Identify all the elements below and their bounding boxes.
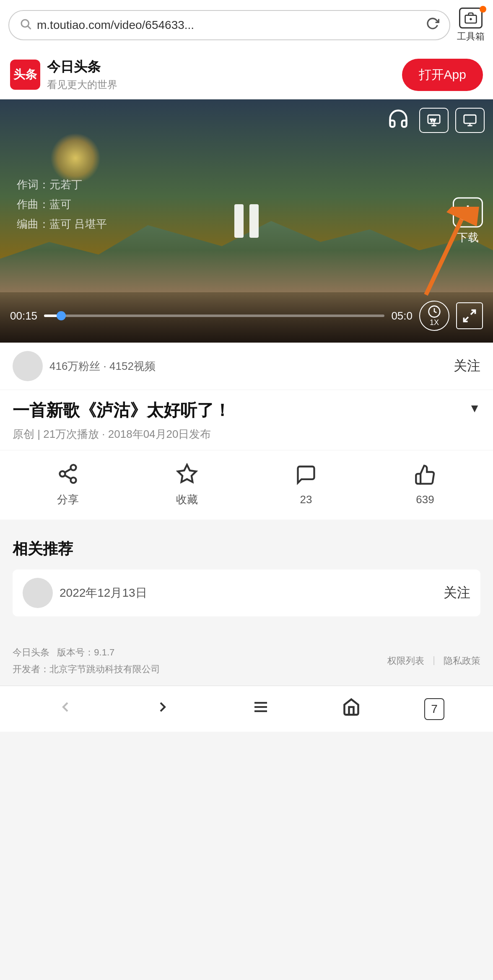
url-text: m.toutiao.com/video/654633... <box>37 18 421 32</box>
headphone-icon[interactable] <box>387 108 413 133</box>
app-banner: 头条 今日头条 看见更大的世界 打开App <box>0 50 493 99</box>
pause-button[interactable] <box>234 204 259 238</box>
home-button[interactable] <box>342 698 361 720</box>
download-button[interactable]: 下载 <box>453 198 483 245</box>
related-item: 2022年12月13日 关注 <box>13 569 480 616</box>
follow-section: 416万粉丝 · 4152视频 关注 <box>0 343 493 390</box>
progress-row: 00:15 05:0 1X <box>10 301 483 331</box>
video-meta: 原创 | 21万次播放 · 2018年04月20日发布 <box>13 427 480 442</box>
app-name: 今日头条 <box>47 58 395 76</box>
video-title-section: 一首新歌《泸沽》太好听了！ ▼ 原创 | 21万次播放 · 2018年04月20… <box>0 390 493 450</box>
open-app-button[interactable]: 打开App <box>402 59 483 91</box>
footer-developer: 开发者：北京字节跳动科技有限公司 <box>13 661 160 678</box>
app-logo: 头条 <box>10 60 40 90</box>
menu-button[interactable] <box>243 694 278 723</box>
svg-point-14 <box>71 465 76 470</box>
lyric-line-2: 作曲：蓝可 <box>17 195 107 214</box>
share-label: 分享 <box>57 492 79 507</box>
video-title: 一首新歌《泸沽》太好听了！ <box>13 398 462 422</box>
download-icon <box>453 198 483 228</box>
tab-count-button[interactable]: 7 <box>424 698 444 720</box>
related-author-avatar <box>23 578 53 608</box>
video-bottom-controls: 00:15 05:0 1X <box>0 294 493 343</box>
progress-bar[interactable] <box>44 315 384 317</box>
footer-divider: | <box>433 655 435 667</box>
nav-bar: 7 <box>0 686 493 732</box>
svg-point-0 <box>21 20 29 27</box>
pause-bar-left <box>234 204 244 238</box>
address-input-wrap[interactable]: m.toutiao.com/video/654633... <box>8 10 450 40</box>
fan-info: 416万粉丝 · 4152视频 <box>49 359 156 374</box>
footer-right: 权限列表 | 隐私政策 <box>387 655 480 667</box>
svg-text:TV: TV <box>431 118 436 122</box>
search-icon <box>19 18 32 33</box>
comment-icon <box>295 464 317 489</box>
lyric-line-3: 编曲：蓝可 吕堪平 <box>17 214 107 234</box>
forward-button[interactable] <box>146 694 179 723</box>
related-title: 相关推荐 <box>13 539 480 559</box>
back-button[interactable] <box>49 694 82 723</box>
comment-count: 23 <box>300 493 312 506</box>
lyric-line-1: 作词：元若丁 <box>17 175 107 195</box>
svg-line-17 <box>65 475 71 479</box>
speed-button[interactable]: 1X <box>419 301 449 331</box>
total-time: 05:0 <box>391 309 413 322</box>
star-icon <box>176 463 198 488</box>
follow-button[interactable]: 关注 <box>454 357 480 375</box>
toolbox-label: 工具箱 <box>457 30 485 43</box>
video-lyrics: 作词：元若丁 作曲：蓝可 编曲：蓝可 吕堪平 <box>17 175 107 234</box>
cast-icon[interactable] <box>455 108 485 133</box>
collect-label: 收藏 <box>176 492 198 507</box>
download-label: 下载 <box>457 230 479 245</box>
collect-button[interactable]: 收藏 <box>176 463 198 507</box>
app-slogan: 看见更大的世界 <box>47 78 395 91</box>
svg-line-1 <box>28 26 31 29</box>
footer-version: 版本号：9.1.7 <box>57 647 114 658</box>
video-top-controls: TV <box>387 108 485 133</box>
action-bar: 分享 收藏 23 639 <box>0 450 493 520</box>
related-section: 相关推荐 2022年12月13日 关注 <box>0 526 493 636</box>
svg-rect-7 <box>464 115 476 123</box>
svg-marker-19 <box>178 465 196 482</box>
toolbox-notification-dot <box>480 6 486 13</box>
progress-dot <box>57 311 66 320</box>
toolbox-button[interactable]: 工具箱 <box>457 8 485 43</box>
video-title-row: 一首新歌《泸沽》太好听了！ ▼ <box>13 398 480 422</box>
toolbox-icon <box>459 8 483 29</box>
footer-info: 今日头条 版本号：9.1.7 开发者：北京字节跳动科技有限公司 权限列表 | 隐… <box>0 636 493 686</box>
like-button[interactable]: 639 <box>414 464 436 506</box>
app-logo-text: 头条 <box>13 67 37 83</box>
footer-left: 今日头条 版本号：9.1.7 开发者：北京字节跳动科技有限公司 <box>13 644 160 677</box>
dropdown-icon[interactable]: ▼ <box>469 402 480 415</box>
reload-button[interactable] <box>426 17 439 34</box>
footer-app-name-version: 今日头条 版本号：9.1.7 <box>13 644 160 661</box>
related-item-date: 2022年12月13日 <box>60 585 147 601</box>
share-icon <box>57 463 79 488</box>
permission-list-link[interactable]: 权限列表 <box>387 655 424 667</box>
svg-point-16 <box>71 478 76 483</box>
related-follow-button[interactable]: 关注 <box>444 584 470 602</box>
like-icon <box>414 464 436 489</box>
share-button[interactable]: 分享 <box>57 463 79 507</box>
comment-button[interactable]: 23 <box>295 464 317 506</box>
video-player[interactable]: 作词：元若丁 作曲：蓝可 编曲：蓝可 吕堪平 TV <box>0 99 493 343</box>
svg-line-18 <box>65 469 71 473</box>
tv-icon[interactable]: TV <box>419 108 449 133</box>
speed-label: 1X <box>430 318 439 327</box>
related-item-info: 2022年12月13日 <box>23 578 147 608</box>
footer-app-name: 今日头条 <box>13 647 49 658</box>
author-avatar <box>13 351 43 381</box>
svg-point-15 <box>60 471 65 477</box>
current-time: 00:15 <box>10 309 37 322</box>
address-bar: m.toutiao.com/video/654633... 工具箱 <box>0 0 493 50</box>
follow-info: 416万粉丝 · 4152视频 <box>13 351 156 381</box>
pause-bar-right <box>249 204 259 238</box>
like-count: 639 <box>416 493 434 506</box>
fullscreen-button[interactable] <box>456 302 483 329</box>
app-info: 今日头条 看见更大的世界 <box>47 58 395 91</box>
privacy-policy-link[interactable]: 隐私政策 <box>444 655 480 667</box>
